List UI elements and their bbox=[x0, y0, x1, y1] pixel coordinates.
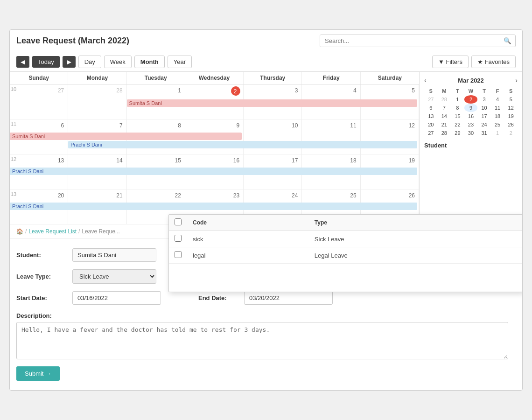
view-month-button[interactable]: Month bbox=[134, 56, 165, 68]
next-button[interactable]: ▶ bbox=[63, 56, 76, 68]
mini-weekday: T bbox=[451, 87, 464, 95]
mini-day[interactable]: 28 bbox=[438, 129, 451, 137]
mini-day[interactable]: 28 bbox=[438, 95, 451, 104]
cal-week-10: 1027 28 1 2 3 4 5 Sumita S Dani bbox=[10, 84, 419, 119]
mini-day[interactable]: 6 bbox=[424, 104, 438, 112]
cal-cell[interactable]: 28 bbox=[68, 84, 126, 119]
mini-day[interactable]: 5 bbox=[504, 95, 518, 104]
mini-day[interactable]: 10 bbox=[477, 104, 491, 112]
cal-week-12: 1213 14 15 16 17 18 19 Prachi S Dani bbox=[10, 154, 419, 189]
favorites-button[interactable]: ★ Favorites bbox=[471, 56, 516, 68]
mini-day[interactable]: 11 bbox=[491, 104, 504, 112]
mini-day[interactable]: 7 bbox=[438, 104, 451, 112]
view-day-button[interactable]: Day bbox=[78, 56, 101, 68]
mini-day[interactable]: 16 bbox=[464, 112, 478, 120]
start-date-label: Start Date: bbox=[16, 294, 63, 301]
mini-day[interactable]: 14 bbox=[438, 112, 451, 120]
mini-day[interactable]: 8 bbox=[451, 104, 464, 112]
weekday-thursday: Thursday bbox=[244, 72, 302, 84]
mini-day[interactable]: 1 bbox=[451, 95, 464, 104]
view-year-button[interactable]: Year bbox=[168, 56, 192, 68]
mini-cal-title: Mar 2022 bbox=[458, 77, 484, 84]
cal-cell[interactable]: 12 bbox=[361, 119, 419, 154]
search-input[interactable] bbox=[320, 35, 500, 47]
mini-cal-grid: S M T W T F S 27 28 1 2 3 bbox=[424, 87, 518, 137]
dropdown-check-legal[interactable] bbox=[175, 251, 182, 258]
mini-cal-header: ‹ Mar 2022 › bbox=[424, 77, 518, 84]
mini-day[interactable]: 24 bbox=[477, 120, 491, 129]
event-prachi-week2[interactable]: Prachi S Dani bbox=[68, 141, 417, 148]
mini-weekday: S bbox=[504, 87, 518, 95]
mini-day[interactable]: 21 bbox=[438, 120, 451, 129]
event-sumita-week2[interactable]: Sumita S Dani bbox=[10, 133, 242, 140]
mini-day[interactable]: 26 bbox=[504, 120, 518, 129]
cal-cell[interactable]: 11 bbox=[302, 119, 360, 154]
mini-day[interactable]: 4 bbox=[491, 95, 504, 104]
weekday-tuesday: Tuesday bbox=[127, 72, 185, 84]
submit-button[interactable]: Submit → bbox=[16, 366, 60, 381]
mini-day[interactable]: 1 bbox=[491, 129, 504, 137]
page-title: Leave Request (March 2022) bbox=[16, 36, 129, 46]
weekday-wednesday: Wednesday bbox=[185, 72, 244, 84]
event-sumita-week1[interactable]: Sumita S Dani bbox=[127, 99, 417, 107]
mini-weekday: S bbox=[424, 87, 438, 95]
mini-day[interactable]: 22 bbox=[451, 120, 464, 129]
mini-day[interactable]: 27 bbox=[424, 95, 438, 104]
dropdown-code-legal[interactable]: legal bbox=[187, 247, 309, 264]
mini-day[interactable]: 3 bbox=[477, 95, 491, 104]
prev-button[interactable]: ◀ bbox=[16, 56, 29, 68]
dates-row: Start Date: End Date: bbox=[16, 291, 508, 305]
end-date-label: End Date: bbox=[198, 294, 240, 301]
mini-cal-next[interactable]: › bbox=[515, 77, 518, 84]
view-week-button[interactable]: Week bbox=[104, 56, 132, 68]
event-prachi-week3[interactable]: Prachi S Dani bbox=[10, 168, 417, 175]
cal-cell[interactable]: 10 bbox=[244, 119, 302, 154]
dropdown-code-sick[interactable]: sick bbox=[187, 231, 309, 247]
mini-day[interactable]: 20 bbox=[424, 120, 438, 129]
mini-day[interactable]: 23 bbox=[464, 120, 478, 129]
weekday-monday: Monday bbox=[68, 72, 126, 84]
mini-day[interactable]: 15 bbox=[451, 112, 464, 120]
end-date-field[interactable] bbox=[244, 291, 333, 305]
mini-day[interactable]: 29 bbox=[451, 129, 464, 137]
mini-weekday: F bbox=[491, 87, 504, 95]
mini-day[interactable]: 12 bbox=[504, 104, 518, 112]
weekday-sunday: Sunday bbox=[10, 72, 68, 84]
mini-day[interactable]: 25 bbox=[491, 120, 504, 129]
leave-type-dropdown: Code Type sick Sick Leave legal Legal Le… bbox=[168, 214, 523, 292]
mini-day[interactable]: 27 bbox=[424, 129, 438, 137]
leave-type-select[interactable]: Sick Leave Legal Leave bbox=[72, 269, 156, 284]
mini-cal-prev[interactable]: ‹ bbox=[424, 77, 427, 84]
mini-weekday: W bbox=[464, 87, 478, 95]
dropdown-type-sick: Sick Leave bbox=[309, 231, 523, 247]
mini-day[interactable]: 31 bbox=[477, 129, 491, 137]
breadcrumb-current: Leave Reque... bbox=[82, 228, 119, 235]
student-field[interactable] bbox=[72, 248, 156, 262]
mini-day[interactable]: 17 bbox=[477, 112, 491, 120]
filters-button[interactable]: ▼ Filters bbox=[432, 56, 469, 68]
mini-day[interactable]: 2 bbox=[504, 129, 518, 137]
cal-cell[interactable]: 1027 bbox=[10, 84, 68, 119]
mini-day[interactable]: 9 bbox=[464, 104, 478, 112]
home-icon[interactable]: 🏠 bbox=[16, 228, 23, 235]
calendar-area: Sunday Monday Tuesday Wednesday Thursday… bbox=[10, 72, 522, 224]
student-label: Student: bbox=[16, 252, 63, 259]
event-prachi-week4[interactable]: Prachi S Dani bbox=[10, 203, 417, 210]
calendar-sidebar: ‹ Mar 2022 › S M T W T F S bbox=[420, 72, 522, 224]
mini-day[interactable]: 18 bbox=[491, 112, 504, 120]
description-textarea[interactable]: Hello, I have a fever and the doctor has… bbox=[16, 322, 508, 359]
mini-day[interactable]: 13 bbox=[424, 112, 438, 120]
dropdown-select-all[interactable] bbox=[175, 218, 182, 225]
mini-day[interactable]: 19 bbox=[504, 112, 518, 120]
mini-day-today[interactable]: 2 bbox=[464, 95, 478, 104]
dropdown-check-sick[interactable] bbox=[175, 235, 182, 242]
search-button[interactable]: 🔍 bbox=[500, 35, 515, 47]
description-label: Description: bbox=[16, 312, 508, 319]
start-date-field[interactable] bbox=[72, 291, 161, 305]
dropdown-code-header: Code bbox=[187, 215, 309, 231]
today-button[interactable]: Today bbox=[32, 56, 60, 68]
breadcrumb-leave-list[interactable]: Leave Request List bbox=[28, 228, 77, 235]
header: Leave Request (March 2022) 🔍 bbox=[10, 30, 522, 52]
mini-day[interactable]: 30 bbox=[464, 129, 478, 137]
leave-type-label: Leave Type: bbox=[16, 273, 63, 280]
